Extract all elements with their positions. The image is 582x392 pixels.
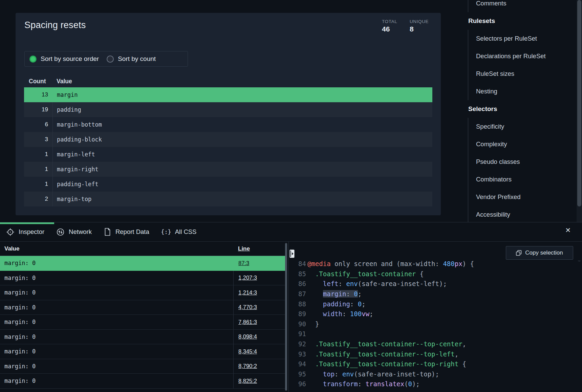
line-cell: 8,825:2 xyxy=(233,374,285,388)
code-line-95: 95 top: env(safe-area-inset-top); xyxy=(289,369,439,379)
row-count: 6 xyxy=(24,117,52,132)
row-count: 2 xyxy=(24,192,52,206)
code-text: @media only screen and (max-width: 480px… xyxy=(307,260,474,267)
code-line-91: 91 xyxy=(289,329,307,339)
declaration-value: margin: 0 xyxy=(0,344,233,359)
sidebar-item-complexity[interactable]: Complexity xyxy=(468,135,577,153)
close-panel-button[interactable]: ✕ xyxy=(565,227,571,234)
collapse-panel-icon[interactable] xyxy=(289,249,295,258)
code-text: .Toastify__toast-container--top-center, xyxy=(307,340,466,348)
tab-report-data[interactable]: Report Data xyxy=(104,228,149,236)
table-row-padding-block[interactable]: 3padding-block xyxy=(24,132,432,147)
sort-by-count-radio[interactable] xyxy=(107,56,114,63)
panel-tabs: InspectorNetworkReport Data{:}All CSS xyxy=(6,228,196,236)
total-value: 46 xyxy=(382,25,397,33)
card-title: Spacing resets xyxy=(24,20,86,30)
table-row-margin-left[interactable]: 1margin-left xyxy=(24,147,432,162)
row-count: 1 xyxy=(24,177,52,192)
total-stat: TOTAL 46 xyxy=(382,19,397,33)
line-cell: 87:3 xyxy=(233,256,285,270)
sidebar-item-nesting[interactable]: Nesting xyxy=(468,83,577,100)
line-link[interactable]: 1,214:3 xyxy=(238,289,257,296)
code-text: width: 100vw; xyxy=(307,310,373,318)
sidebar-item-declarations-per-ruleset[interactable]: Declarations per RuleSet xyxy=(468,47,577,65)
code-lines: 84@media only screen and (max-width: 480… xyxy=(289,242,582,392)
table-row-margin-top[interactable]: 2margin-top xyxy=(24,192,432,206)
table-row-margin-bottom[interactable]: 6margin-bottom xyxy=(24,117,432,132)
line-link[interactable]: 8,345:4 xyxy=(238,348,257,355)
inspector-row: margin: 08,825:2 xyxy=(0,374,285,389)
table-row-padding-left[interactable]: 1padding-left xyxy=(24,177,432,192)
code-text: .Toastify__toast-container--top-left, xyxy=(307,350,458,358)
line-number: 92 xyxy=(289,340,306,348)
sidebar-item-comments[interactable]: Comments xyxy=(468,0,577,12)
table-header: Count Value xyxy=(24,78,72,85)
declaration-value: margin: 0 xyxy=(0,315,233,329)
inspector-row: margin: 08,790:2 xyxy=(0,359,285,374)
tab-label: Inspector xyxy=(19,228,44,236)
sidebar-section-rulesets[interactable]: Rulesets xyxy=(456,12,577,30)
line-link[interactable]: 1,207:3 xyxy=(238,275,257,281)
unique-stat: UNIQUE 8 xyxy=(410,19,429,33)
row-count: 3 xyxy=(24,132,52,147)
sidebar-item-ruleset-sizes[interactable]: RuleSet sizes xyxy=(468,65,577,83)
pane-scrollbar-thumb[interactable] xyxy=(285,243,287,391)
row-value: margin xyxy=(52,87,432,102)
table-row-margin-right[interactable]: 1margin-right xyxy=(24,162,432,177)
copy-selection-button[interactable]: Copy selection xyxy=(506,246,573,260)
sidebar-item-vendor-prefixed[interactable]: Vendor Prefixed xyxy=(468,188,577,206)
app-root: Spacing resets TOTAL 46 UNIQUE 8 Sort by… xyxy=(0,0,582,392)
panel-tabbar: InspectorNetworkReport Data{:}All CSS xyxy=(0,222,582,242)
count-column-header: Count xyxy=(24,78,52,85)
line-cell: 8,790:2 xyxy=(233,359,285,374)
line-link[interactable]: 8,098:4 xyxy=(238,333,257,340)
line-header[interactable]: Line xyxy=(238,245,250,252)
page-scrollbar-thumb[interactable] xyxy=(577,0,581,206)
line-link[interactable]: 8,825:2 xyxy=(238,378,257,384)
declaration-value: margin: 0 xyxy=(0,256,233,270)
editor-toolbar: Copy selection xyxy=(289,242,582,261)
sidebar-item-specificity[interactable]: Specificity xyxy=(468,118,577,135)
line-link[interactable]: 4,770:3 xyxy=(238,304,257,310)
code-line-92: 92 .Toastify__toast-container--top-cente… xyxy=(289,339,466,349)
tab-inspector[interactable]: Inspector xyxy=(6,228,44,236)
line-link[interactable]: 7,861:3 xyxy=(238,319,257,325)
tab-network[interactable]: Network xyxy=(57,228,92,236)
row-value: padding-block xyxy=(52,132,432,147)
line-number: 91 xyxy=(289,330,306,337)
unique-label: UNIQUE xyxy=(410,19,429,24)
sidebar-item-selectors-per-ruleset[interactable]: Selectors per RuleSet xyxy=(468,30,577,47)
declarations-table: 13margin19padding6margin-bottom3padding-… xyxy=(24,87,432,206)
page-scrollbar[interactable] xyxy=(577,0,582,222)
table-row-margin[interactable]: 13margin xyxy=(24,87,432,102)
sort-by-source-order-radio[interactable] xyxy=(29,56,37,63)
file-icon xyxy=(104,228,111,236)
sort-option-sort-by-source-order[interactable]: Sort by source order xyxy=(29,55,99,63)
code-line-86: 86 left: env(safe-area-inset-left); xyxy=(289,279,447,289)
tab-all-css[interactable]: {:}All CSS xyxy=(161,228,197,236)
sidebar-section-selectors[interactable]: Selectors xyxy=(456,100,577,118)
braces-icon: {:} xyxy=(161,228,171,236)
line-number: 96 xyxy=(289,380,306,388)
code-text: margin: 0; xyxy=(307,290,362,298)
sidebar-item-pseudo-classes[interactable]: Pseudo classes xyxy=(468,153,577,171)
sort-option-sort-by-count[interactable]: Sort by count xyxy=(107,55,156,63)
line-link[interactable]: 87:3 xyxy=(238,260,249,266)
tab-label: All CSS xyxy=(175,228,197,236)
line-number: 90 xyxy=(289,320,306,328)
value-line-table: Value Line margin: 087:3margin: 01,207:3… xyxy=(0,242,285,392)
copy-icon xyxy=(516,250,522,256)
code-text: transform: translatex(0); xyxy=(307,380,420,388)
table-row-padding[interactable]: 19padding xyxy=(24,102,432,117)
sort-option-label: Sort by count xyxy=(118,55,156,63)
sidebar-item-combinators[interactable]: Combinators xyxy=(468,171,577,188)
code-text: padding: 0; xyxy=(307,300,366,308)
line-link[interactable]: 8,790:2 xyxy=(238,363,257,369)
code-text: top: env(safe-area-inset-top); xyxy=(307,370,439,378)
active-tab-indicator xyxy=(0,222,54,224)
inspector-row: margin: 04,770:3 xyxy=(0,300,285,315)
inspector-row: margin: 08,098:4 xyxy=(0,330,285,345)
sidebar-item-accessibility[interactable]: Accessibility xyxy=(468,206,577,222)
line-cell: 4,770:3 xyxy=(233,300,285,315)
line-cell: 1,214:3 xyxy=(233,285,285,300)
